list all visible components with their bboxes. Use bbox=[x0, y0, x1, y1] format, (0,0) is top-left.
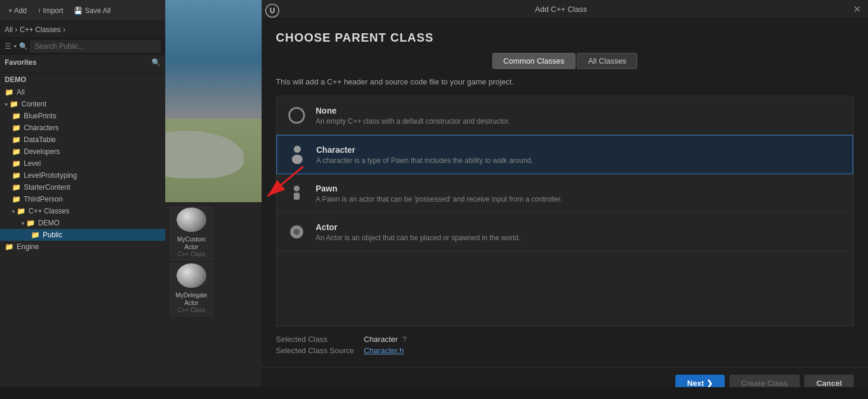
chevron-content: ▾ bbox=[5, 101, 8, 108]
breadcrumb-cpp[interactable]: C++ Classes bbox=[20, 26, 61, 34]
modal-close-button[interactable]: ✕ bbox=[853, 5, 861, 14]
file-tree: 📁 All ▾ 📁 Content 📁 BluePrints 📁 Charact… bbox=[0, 86, 165, 399]
tree-item-cpp-classes[interactable]: ▾ 📁 C++ Classes bbox=[0, 205, 165, 217]
breadcrumb-sep2: › bbox=[63, 26, 65, 34]
svg-point-1 bbox=[292, 155, 303, 164]
left-panel: + Add ↑ Import 💾 Save All All › C++ Clas… bbox=[0, 0, 165, 399]
chevron-cpp: ▾ bbox=[12, 208, 15, 215]
content-panel: MyCustomActor C++ Class MyDelegateActor … bbox=[165, 202, 262, 399]
content-folder-icon: 📁 bbox=[10, 100, 18, 108]
class-desc-none: An empty C++ class with a default constr… bbox=[316, 117, 510, 125]
breadcrumb-all[interactable]: All bbox=[5, 26, 12, 34]
selected-class-value: Character bbox=[364, 335, 398, 344]
selected-info: Selected Class Character ? Selected Clas… bbox=[276, 335, 854, 355]
asset-label-2: MyDelegateActor bbox=[175, 291, 207, 307]
tab-common-classes[interactable]: Common Classes bbox=[492, 53, 576, 69]
asset-type-1: C++ Class bbox=[178, 251, 206, 257]
filter-dropdown[interactable]: ▾ bbox=[14, 43, 17, 49]
class-item-pawn[interactable]: Pawn A Pawn is an actor that can be 'pos… bbox=[276, 174, 853, 213]
demo-label: DEMO bbox=[0, 73, 165, 86]
actor-class-icon bbox=[286, 221, 307, 243]
cpp-classes-icon: 📁 bbox=[17, 207, 26, 215]
svg-point-5 bbox=[294, 229, 300, 235]
breadcrumb: All › C++ Classes › bbox=[0, 21, 165, 38]
pawn-class-icon bbox=[286, 183, 307, 204]
selected-class-source-row: Selected Class Source Character.h bbox=[276, 346, 854, 355]
favorites-label: Favorites bbox=[5, 58, 36, 67]
pawn-icon-svg bbox=[288, 184, 305, 203]
tree-item-levelprototyping[interactable]: 📁 LevelPrototyping bbox=[0, 169, 165, 181]
tree-item-thirdperson[interactable]: 📁 ThirdPerson bbox=[0, 193, 165, 205]
all-icon: 📁 bbox=[5, 88, 14, 96]
modal-overlay: Add C++ Class ✕ CHOOSE PARENT CLASS Comm… bbox=[262, 0, 868, 399]
class-desc-character: A character is a type of Pawn that inclu… bbox=[316, 156, 533, 165]
svg-rect-3 bbox=[294, 193, 300, 200]
class-name-none: None bbox=[316, 106, 510, 115]
tab-row: Common Classes All Classes bbox=[276, 53, 854, 69]
asset-mydelegateactor[interactable]: MyDelegateActor C++ Class bbox=[170, 263, 213, 316]
save-all-button[interactable]: 💾 Save All bbox=[70, 5, 114, 17]
class-item-none[interactable]: None An empty C++ class with a default c… bbox=[276, 96, 853, 135]
actor-icon-svg bbox=[288, 224, 305, 240]
class-name-actor: Actor bbox=[316, 222, 520, 232]
blueprints-icon: 📁 bbox=[12, 112, 21, 120]
class-list: None An empty C++ class with a default c… bbox=[276, 96, 854, 326]
class-desc-actor: An Actor is an object that can be placed… bbox=[316, 234, 520, 242]
chevron-demo: ▾ bbox=[21, 220, 24, 227]
level-icon: 📁 bbox=[12, 159, 21, 168]
help-icon[interactable]: ? bbox=[402, 335, 407, 344]
developers-icon: 📁 bbox=[12, 147, 21, 156]
toolbar: + Add ↑ Import 💾 Save All bbox=[0, 0, 165, 21]
bottom-bar bbox=[0, 387, 868, 399]
datatable-icon: 📁 bbox=[12, 136, 21, 144]
modal-content: CHOOSE PARENT CLASS Common Classes All C… bbox=[262, 19, 868, 367]
modal-title: Add C++ Class bbox=[535, 5, 587, 14]
selected-class-source-value[interactable]: Character.h bbox=[364, 346, 404, 355]
svg-point-0 bbox=[294, 146, 301, 153]
tree-item-blueprints[interactable]: 📁 BluePrints bbox=[0, 110, 165, 122]
search-bar: ☰ ▾ 🔍 bbox=[0, 38, 165, 55]
favorites-search-icon[interactable]: 🔍 bbox=[152, 58, 161, 67]
selected-class-source-label: Selected Class Source bbox=[276, 346, 359, 355]
tree-item-all[interactable]: 📁 All bbox=[0, 86, 165, 98]
asset-grid: MyCustomActor C++ Class MyDelegateActor … bbox=[165, 202, 262, 321]
tree-item-startercontent[interactable]: 📁 StarterContent bbox=[0, 181, 165, 193]
character-icon-svg bbox=[289, 145, 306, 164]
svg-point-2 bbox=[294, 186, 300, 191]
class-item-character[interactable]: Character A character is a type of Pawn … bbox=[276, 135, 853, 174]
add-button[interactable]: + Add bbox=[5, 5, 30, 17]
tree-item-demo-sub[interactable]: ▾ 📁 DEMO bbox=[0, 217, 165, 229]
tree-item-content[interactable]: ▾ 📁 Content bbox=[0, 98, 165, 110]
tree-item-characters[interactable]: 📁 Characters bbox=[0, 122, 165, 134]
search-input[interactable] bbox=[30, 40, 161, 52]
ue-logo: U bbox=[265, 4, 279, 18]
selected-class-row: Selected Class Character ? bbox=[276, 335, 854, 344]
asset-label-1: MyCustomActor bbox=[177, 235, 206, 251]
breadcrumb-sep1: › bbox=[15, 26, 17, 34]
character-class-icon bbox=[287, 144, 308, 165]
none-class-icon bbox=[286, 105, 307, 126]
engine-icon: 📁 bbox=[5, 243, 14, 251]
import-button[interactable]: ↑ Import bbox=[34, 5, 67, 17]
class-name-character: Character bbox=[316, 145, 533, 155]
tree-item-public[interactable]: 📁 Public bbox=[0, 229, 165, 241]
startercontent-icon: 📁 bbox=[12, 183, 21, 191]
thirdperson-icon: 📁 bbox=[12, 195, 21, 203]
class-item-actor[interactable]: Actor An Actor is an object that can be … bbox=[276, 213, 853, 252]
modal-subtitle: This will add a C++ header and source co… bbox=[276, 77, 854, 86]
modal-titlebar: Add C++ Class ✕ bbox=[262, 0, 868, 19]
viewport bbox=[165, 0, 262, 202]
tree-item-level[interactable]: 📁 Level bbox=[0, 158, 165, 169]
terrain bbox=[165, 131, 244, 178]
tree-item-engine[interactable]: 📁 Engine bbox=[0, 241, 165, 253]
search-icon: 🔍 bbox=[19, 42, 28, 51]
demo-sub-icon: 📁 bbox=[26, 219, 35, 227]
characters-icon: 📁 bbox=[12, 124, 21, 132]
asset-type-2: C++ Class bbox=[178, 307, 206, 313]
tab-all-classes[interactable]: All Classes bbox=[577, 53, 637, 69]
tree-item-developers[interactable]: 📁 Developers bbox=[0, 146, 165, 158]
none-icon-circle bbox=[288, 107, 305, 124]
tree-item-datatable[interactable]: 📁 DataTable bbox=[0, 134, 165, 146]
asset-mycustomactor[interactable]: MyCustomActor C++ Class bbox=[170, 207, 213, 260]
public-icon: 📁 bbox=[31, 231, 40, 239]
